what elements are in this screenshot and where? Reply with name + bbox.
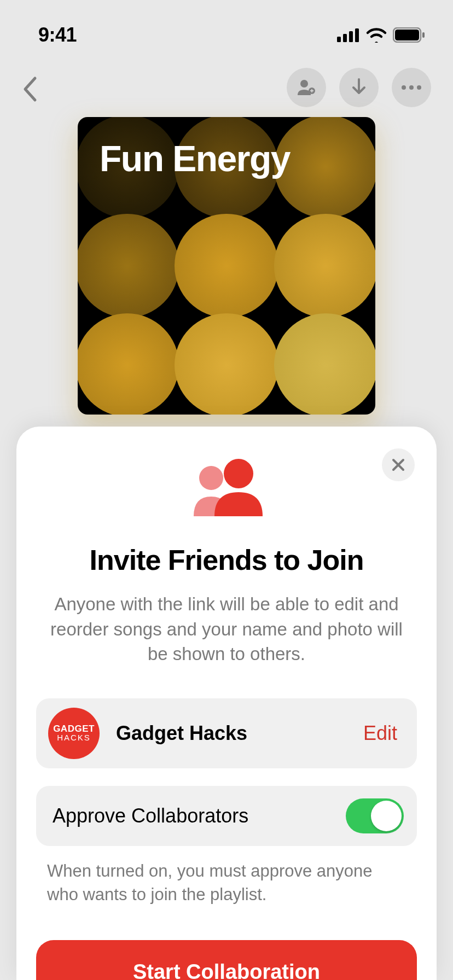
nav-bar [0,55,453,115]
sheet-title: Invite Friends to Join [36,544,417,576]
cellular-icon [337,28,360,42]
user-name: Gadget Hacks [116,722,363,745]
more-button[interactable] [392,68,431,107]
svg-point-12 [199,466,223,490]
svg-rect-5 [395,30,419,40]
svg-point-13 [224,459,253,488]
approve-collaborators-row: Approve Collaborators [36,786,417,846]
user-profile-row: GADGET HACKS Gadget Hacks Edit [36,698,417,768]
svg-rect-3 [355,28,359,42]
approve-label: Approve Collaborators [53,804,248,827]
close-button[interactable] [382,448,415,481]
download-button[interactable] [339,68,379,107]
svg-rect-1 [343,34,347,42]
status-indicators [337,27,426,43]
start-collaboration-button[interactable]: Start Collaboration [36,940,417,980]
svg-point-9 [402,85,406,90]
avatar: GADGET HACKS [48,708,100,759]
status-bar: 9:41 [0,0,453,55]
avatar-text-2: HACKS [57,734,91,742]
svg-rect-6 [422,32,425,38]
close-icon [391,458,405,472]
approve-note: When turned on, you must approve anyone … [36,859,417,907]
playlist-title: Fun Energy [100,138,290,179]
more-icon [400,85,422,90]
edit-button[interactable]: Edit [363,722,397,745]
svg-point-11 [417,85,421,90]
playlist-cover-area: Fun Energy [0,115,453,415]
svg-point-7 [300,80,308,88]
toggle-knob [371,801,402,831]
status-time: 9:41 [38,24,77,46]
svg-rect-2 [349,31,353,42]
wifi-icon [365,27,387,43]
people-icon [36,458,417,518]
back-button[interactable] [22,71,38,104]
battery-icon [393,27,426,43]
chevron-left-icon [22,76,38,102]
svg-rect-0 [337,37,341,42]
person-add-icon [297,79,316,96]
approve-toggle[interactable] [346,798,404,833]
playlist-cover[interactable]: Fun Energy [78,117,375,415]
svg-point-10 [409,85,414,90]
invite-sheet: Invite Friends to Join Anyone with the l… [16,427,437,980]
add-person-button[interactable] [287,68,326,107]
download-icon [350,78,368,97]
sheet-description: Anyone with the link will be able to edi… [36,592,417,667]
